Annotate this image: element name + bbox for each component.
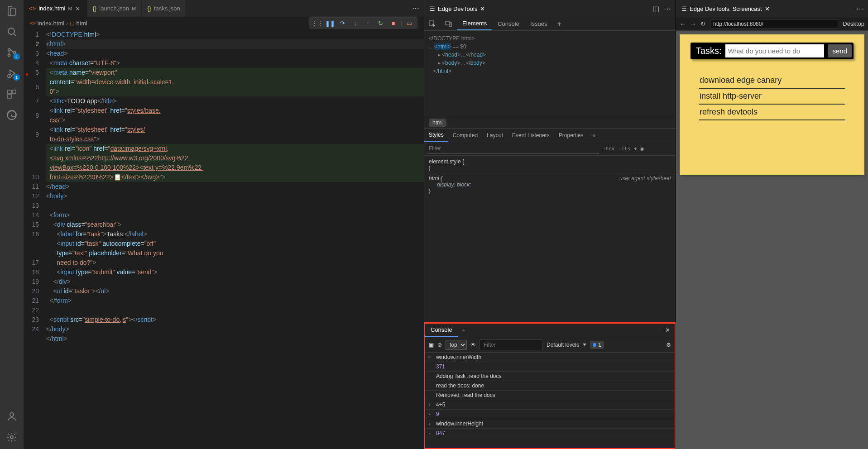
line-gutter: 123456789101112131415161718192021222324 [24, 29, 46, 449]
context-select[interactable]: top [446, 340, 467, 350]
step-over-icon[interactable]: ↷ [337, 18, 348, 29]
node-icon: ▢ [70, 20, 74, 26]
hov-toggle[interactable]: :hov [603, 146, 615, 152]
tab-index-html[interactable]: <> index.html M ✕ [24, 0, 87, 17]
devtools-toolbar: Elements Console Issues + [424, 17, 676, 31]
dom-tree[interactable]: <!DOCTYPE html> …<html> == $0 ▸ <head>…<… [424, 31, 676, 117]
close-icon[interactable]: ✕ [765, 5, 770, 12]
edge-icon[interactable] [5, 109, 18, 121]
breadcrumbs[interactable]: <> index.html › ▢ html ⋮⋮ ❚❚ ↷ ↓ ↑ ↻ ■ |… [24, 17, 424, 29]
tab-actions: ⋯ [412, 0, 424, 17]
back-icon[interactable]: ← [680, 20, 686, 27]
panel-issues[interactable]: Issues [525, 17, 553, 30]
step-out-icon[interactable]: ↑ [363, 18, 374, 29]
editor-tabs: <> index.html M ✕ {} launch.json M {} ta… [24, 0, 424, 17]
scm-badge: 4 [13, 53, 20, 60]
cls-toggle[interactable]: .cls [619, 146, 631, 152]
svg-point-10 [10, 436, 13, 439]
code-body[interactable]: <!DOCTYPE html> <html> <head> <meta char… [46, 29, 424, 449]
list-item[interactable]: download edge canary [699, 73, 845, 89]
svg-rect-7 [8, 95, 11, 98]
device-icon[interactable] [441, 17, 457, 30]
plus-icon[interactable]: + [552, 17, 566, 30]
live-expression-icon[interactable]: 👁 [470, 342, 476, 348]
tasks-label: Tasks: [692, 46, 722, 56]
issues-badge[interactable]: 1 [590, 341, 604, 349]
stop-icon[interactable]: ■ [388, 18, 399, 29]
svg-point-0 [8, 28, 14, 34]
run-debug-icon[interactable]: 1 [5, 67, 18, 80]
split-icon[interactable]: ◫ [652, 5, 659, 13]
extensions-icon[interactable] [5, 88, 18, 100]
more-icon[interactable]: ⋯ [856, 5, 863, 13]
panel-console[interactable]: Console [492, 17, 525, 30]
subtab-props[interactable]: Properties [554, 132, 588, 139]
screencast-viewport[interactable]: Tasks: send download edge canary install… [676, 31, 868, 449]
tab-launch-json[interactable]: {} launch.json M [87, 0, 142, 17]
task-input[interactable] [725, 44, 825, 57]
screencast-pane: ☰ Edge DevTools: Screencast ✕ ⋯ ← → ↻ De… [676, 0, 868, 449]
settings-gear-icon[interactable] [5, 431, 18, 444]
tab-edge-devtools[interactable]: ☰ Edge DevTools ✕ [424, 0, 490, 17]
styles-subtabs: Styles Computed Layout Event Listeners P… [424, 129, 676, 142]
console-output[interactable]: ×window.innerWidth 371 Adding Task :read… [425, 353, 675, 448]
drag-handle-icon[interactable]: ⋮⋮ [312, 18, 323, 29]
plus-icon[interactable]: + [634, 146, 637, 152]
inspect-icon[interactable] [424, 17, 441, 30]
reload-icon[interactable]: ↻ [700, 20, 705, 27]
list-item[interactable]: install http-server [699, 89, 845, 105]
source-control-icon[interactable]: 4 [5, 46, 18, 59]
debug-badge: 1 [13, 74, 20, 81]
pause-icon[interactable]: ❚❚ [325, 18, 336, 29]
explorer-icon[interactable] [5, 5, 18, 17]
styles-filter-input[interactable] [427, 143, 599, 154]
subtab-layout[interactable]: Layout [482, 132, 508, 139]
task-list: download edge canary install http-server… [699, 73, 845, 120]
mode-label[interactable]: Desktop [843, 20, 864, 27]
tab-screencast[interactable]: ☰ Edge DevTools: Screencast ✕ [676, 0, 775, 17]
gear-icon[interactable]: ⚙ [666, 342, 671, 348]
forward-icon[interactable]: → [690, 20, 696, 27]
restart-icon[interactable]: ↻ [375, 18, 386, 29]
subtab-computed[interactable]: Computed [448, 132, 482, 139]
close-icon[interactable]: ✕ [661, 327, 675, 334]
levels-dropdown[interactable]: Default levels [547, 342, 586, 348]
more-icon[interactable]: ⋯ [664, 5, 671, 13]
search-icon[interactable] [5, 25, 18, 38]
devtools-tab-bar: ☰ Edge DevTools ✕ ◫ ⋯ [424, 0, 676, 17]
breakpoint-icon[interactable]: ● [25, 70, 29, 79]
console-filter-input[interactable] [480, 339, 543, 350]
clear-console-icon[interactable]: ⊘ [437, 342, 442, 348]
styles-panel[interactable]: element.style {} user agent stylesheetht… [424, 156, 676, 322]
preview-icon: ☰ [430, 5, 435, 12]
svg-rect-5 [8, 90, 11, 94]
browser-icon[interactable]: ▭ [404, 18, 415, 29]
sidebar-toggle-icon[interactable]: ▣ [429, 342, 434, 348]
plus-icon[interactable]: + [458, 327, 470, 334]
list-item[interactable]: refresh devtools [699, 105, 845, 120]
account-icon[interactable] [5, 410, 18, 423]
panel-elements[interactable]: Elements [457, 17, 492, 30]
screencast-toolbar: ← → ↻ Desktop [676, 17, 868, 31]
clear-icon[interactable]: × [428, 354, 431, 360]
tab-tasks-json[interactable]: {} tasks.json [142, 0, 186, 17]
dom-breadcrumb[interactable]: html [424, 117, 676, 129]
url-input[interactable] [710, 19, 838, 29]
code-editor[interactable]: 123456789101112131415161718192021222324 … [24, 29, 424, 449]
debug-toolbar: ⋮⋮ ❚❚ ↷ ↓ ↑ ↻ ■ | ▭ [309, 17, 417, 29]
svg-point-9 [10, 413, 14, 416]
output-chevron-icon: ‹ [429, 430, 431, 436]
devtools-pane: ☰ Edge DevTools ✕ ◫ ⋯ Elements Console I… [424, 0, 676, 449]
input-chevron-icon: › [429, 401, 431, 408]
drawer-tab-console[interactable]: Console [425, 324, 458, 337]
box-icon[interactable]: ▣ [641, 146, 644, 152]
close-icon[interactable]: ✕ [75, 5, 82, 12]
send-button[interactable]: send [828, 44, 852, 57]
close-icon[interactable]: ✕ [480, 5, 485, 12]
more-icon[interactable]: ⋯ [412, 4, 419, 13]
subtab-events[interactable]: Event Listeners [508, 132, 554, 139]
step-into-icon[interactable]: ↓ [350, 18, 361, 29]
more-icon[interactable]: » [588, 132, 600, 139]
subtab-styles[interactable]: Styles [424, 129, 448, 142]
styles-filter-bar: :hov .cls + ▣ [424, 142, 676, 156]
